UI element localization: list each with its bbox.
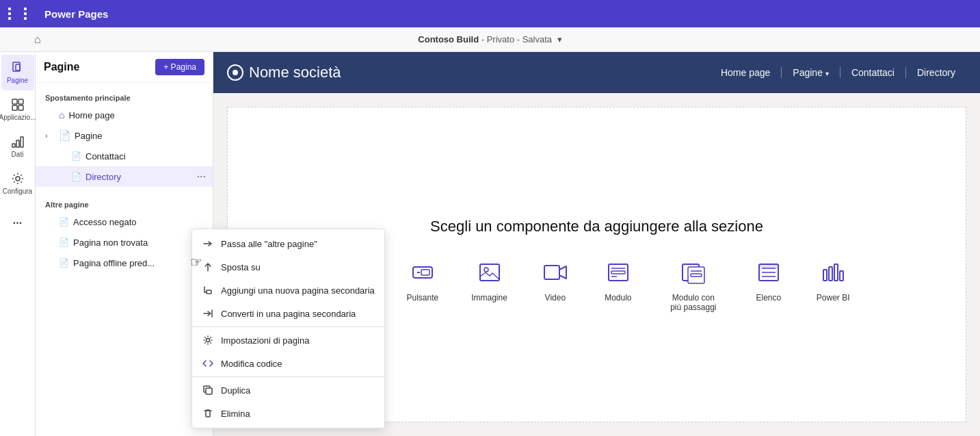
ctx-sep1 bbox=[192, 326, 384, 327]
site-brand: Nome società bbox=[227, 64, 341, 81]
nav-item-home[interactable]: › ⌂ Home page ··· bbox=[36, 105, 213, 125]
site-meta: - Privato - Salvata bbox=[479, 34, 552, 44]
page-icon-home: ⌂ bbox=[59, 110, 64, 120]
nav-item-offline[interactable]: › 📄 Pagina offline pred... ··· bbox=[36, 253, 213, 273]
ctx-aggiungi-sub[interactable]: Aggiungi una nuova pagina secondaria bbox=[192, 279, 384, 302]
svg-rect-37 bbox=[207, 290, 211, 294]
ctx-elimina-label: Elimina bbox=[221, 409, 250, 419]
component-pulsante[interactable]: Pulsante bbox=[406, 257, 438, 303]
sidebar-label-applicazioni: Applicazio... bbox=[0, 114, 36, 121]
svg-rect-0 bbox=[13, 62, 20, 71]
brand-name: Nome società bbox=[249, 64, 341, 81]
elenco-icon bbox=[754, 257, 784, 287]
sidebar-label-pagine: Pagine bbox=[7, 77, 28, 84]
nav-link-home[interactable]: Home page bbox=[710, 67, 782, 78]
sidebar-icons: Pagine Applicazio... Dati Con bbox=[0, 52, 36, 436]
nav-item-nontrova[interactable]: › 📄 Pagina non trovata ··· bbox=[36, 232, 213, 253]
page-label-pagine: Pagine bbox=[75, 131, 203, 141]
page-icon-accesso: 📄 bbox=[59, 217, 69, 227]
sidebar-item-dati[interactable]: Dati bbox=[1, 129, 34, 164]
nav-item-pagine[interactable]: › 📄 Pagine ··· bbox=[36, 125, 213, 146]
sidebar-item-more[interactable]: ··· bbox=[1, 205, 34, 241]
modulo-piu-label: Modulo con più passaggi bbox=[666, 293, 721, 312]
svg-rect-7 bbox=[16, 140, 19, 147]
arrow-right-icon bbox=[202, 238, 214, 250]
page-icon-contattaci: 📄 bbox=[71, 151, 81, 161]
more-btn-directory[interactable]: ··· bbox=[197, 170, 206, 183]
chevron-pagine-icon: › bbox=[45, 131, 55, 140]
page-icon-nontrova: 📄 bbox=[59, 238, 69, 247]
page-label-directory: Directory bbox=[85, 172, 203, 182]
pages-panel: Pagine + Pagina Spostamento principale ›… bbox=[36, 52, 213, 436]
app-grid-icon[interactable] bbox=[8, 8, 38, 20]
page-label-home: Home page bbox=[68, 110, 203, 120]
pulsante-label: Pulsante bbox=[406, 293, 438, 303]
nav-link-directory[interactable]: Directory bbox=[906, 67, 966, 78]
component-icons-row: Testo Pulsante bbox=[343, 257, 849, 312]
ctx-impostazioni[interactable]: Impostazioni di pagina bbox=[192, 329, 384, 352]
app-title: Power Pages bbox=[44, 8, 108, 20]
component-elenco[interactable]: Elenco bbox=[754, 257, 784, 303]
nav-item-contattaci[interactable]: › 📄 Contattaci ··· bbox=[36, 146, 213, 166]
pulsante-icon bbox=[408, 257, 438, 287]
svg-rect-34 bbox=[829, 267, 832, 281]
other-pages-label: Altre pagine bbox=[36, 195, 213, 211]
elenco-label: Elenco bbox=[756, 293, 781, 303]
nav-link-pagine[interactable]: Pagine bbox=[782, 67, 840, 78]
home-icon[interactable]: ⌂ bbox=[34, 34, 41, 46]
component-immagine[interactable]: Immagine bbox=[471, 257, 507, 303]
immagine-icon bbox=[475, 257, 505, 287]
sidebar-label-dati: Dati bbox=[12, 151, 24, 158]
powerbi-label: Power BI bbox=[817, 293, 850, 303]
svg-rect-8 bbox=[21, 137, 23, 147]
svg-point-39 bbox=[207, 339, 210, 342]
page-icon-pagine: 📄 bbox=[59, 130, 70, 141]
top-bar: Power Pages bbox=[0, 0, 980, 27]
sidebar-item-pagine[interactable]: Pagine bbox=[1, 55, 34, 90]
svg-rect-33 bbox=[823, 270, 827, 281]
modulo-icon bbox=[603, 257, 633, 287]
ctx-converti-label: Converti in una pagina secondaria bbox=[221, 309, 356, 319]
page-label-accesso: Accesso negato bbox=[73, 217, 203, 227]
ctx-passa-label: Passa alle "altre pagine" bbox=[221, 239, 317, 249]
sidebar-label-configura: Configura bbox=[3, 188, 32, 195]
trash-icon bbox=[202, 407, 214, 420]
svg-rect-35 bbox=[834, 264, 838, 281]
ctx-converti[interactable]: Converti in una pagina secondaria bbox=[192, 302, 384, 325]
gear-icon bbox=[202, 334, 214, 346]
svg-rect-3 bbox=[18, 99, 23, 104]
nav-link-contattaci[interactable]: Contattaci bbox=[840, 67, 906, 78]
page-icon-directory: 📄 bbox=[71, 172, 81, 181]
ctx-sep2 bbox=[192, 376, 384, 377]
ctx-sposta-su[interactable]: Sposta su bbox=[192, 255, 384, 279]
add-page-button[interactable]: + Pagina bbox=[155, 59, 204, 75]
ctx-elimina[interactable]: Elimina bbox=[192, 402, 384, 425]
ctx-impostazioni-label: Impostazioni di pagina bbox=[221, 335, 309, 346]
svg-rect-16 bbox=[421, 270, 429, 275]
chevron-icon[interactable]: ▾ bbox=[557, 34, 562, 44]
modulo-label: Modulo bbox=[605, 293, 631, 303]
svg-rect-5 bbox=[18, 105, 23, 110]
svg-rect-17 bbox=[480, 264, 499, 281]
nav-item-accesso[interactable]: › 📄 Accesso negato ··· bbox=[36, 211, 213, 232]
ctx-modifica-codice[interactable]: Modifica codice bbox=[192, 352, 384, 375]
component-modulo[interactable]: Modulo bbox=[603, 257, 633, 303]
pages-panel-content: Spostamento principale › ⌂ Home page ···… bbox=[36, 83, 213, 436]
pages-panel-header: Pagine + Pagina bbox=[36, 52, 213, 83]
ctx-duplica-label: Duplica bbox=[221, 385, 250, 396]
component-video[interactable]: Video bbox=[540, 257, 570, 303]
address-bar: ⌂ Contoso Build - Privato - Salvata ▾ bbox=[0, 27, 980, 52]
pages-panel-title: Pagine bbox=[44, 61, 79, 73]
sidebar-item-applicazioni[interactable]: Applicazio... bbox=[1, 92, 34, 127]
ctx-passa-altre-pagine[interactable]: Passa alle "altre pagine" bbox=[192, 232, 384, 255]
component-powerbi[interactable]: Power BI bbox=[817, 257, 850, 303]
svg-point-18 bbox=[484, 268, 488, 272]
sidebar-item-configura[interactable]: Configura bbox=[1, 166, 34, 201]
component-modulo-piu[interactable]: Modulo con più passaggi bbox=[666, 257, 721, 312]
modulo-piu-icon bbox=[678, 257, 708, 287]
ctx-duplica[interactable]: Duplica bbox=[192, 379, 384, 402]
nav-item-directory[interactable]: › 📄 Directory ··· bbox=[36, 166, 213, 187]
site-navbar: Nome società Home page Pagine Contattaci… bbox=[213, 52, 980, 93]
main-nav-label: Spostamento principale bbox=[36, 88, 213, 105]
component-title: Scegli un componente da aggiungere alla … bbox=[430, 218, 763, 235]
